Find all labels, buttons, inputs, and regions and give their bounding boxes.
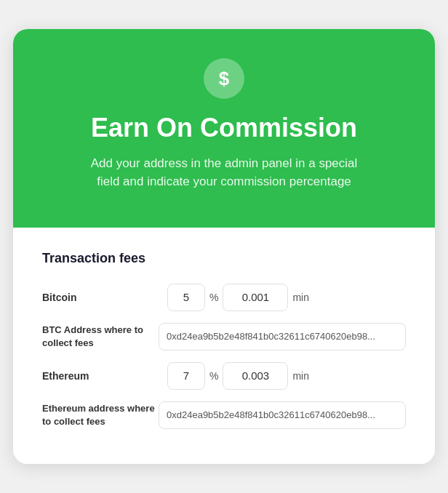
section-title: Transaction fees (42, 251, 406, 266)
bitcoin-min-input[interactable] (223, 284, 288, 311)
eth-address-row: Ethereum address where to collect fees (42, 401, 406, 429)
page-title: Earn On Commission (91, 113, 357, 143)
ethereum-fee-inputs: % min (167, 362, 309, 390)
ethereum-fee-row: Ethereum % min (42, 362, 406, 390)
bitcoin-fee-row: Bitcoin % min (42, 284, 406, 311)
eth-address-input[interactable] (159, 401, 406, 429)
page-subtitle: Add your address in the admin panel in a… (86, 154, 362, 191)
ethereum-percent-symbol: % (209, 370, 218, 382)
eth-address-label: Ethereum address where to collect fees (42, 402, 159, 428)
bitcoin-min-label: min (292, 292, 309, 303)
btc-address-label: BTC Address where to collect fees (42, 324, 159, 350)
ethereum-label: Ethereum (42, 370, 159, 382)
content-section: Transaction fees Bitcoin % min BTC Addre… (13, 228, 435, 464)
bitcoin-label: Bitcoin (42, 292, 159, 303)
header-section: $ Earn On Commission Add your address in… (13, 29, 435, 228)
ethereum-min-input[interactable] (223, 362, 288, 390)
dollar-icon-circle: $ (204, 58, 244, 99)
bitcoin-percent-symbol: % (209, 292, 218, 303)
bitcoin-percent-input[interactable] (167, 284, 205, 311)
btc-address-input[interactable] (159, 323, 406, 350)
dollar-icon: $ (219, 68, 229, 90)
ethereum-percent-input[interactable] (167, 362, 205, 390)
btc-address-row: BTC Address where to collect fees (42, 323, 406, 350)
bitcoin-fee-inputs: % min (167, 284, 309, 311)
main-card: $ Earn On Commission Add your address in… (13, 29, 435, 464)
ethereum-min-label: min (292, 370, 309, 382)
